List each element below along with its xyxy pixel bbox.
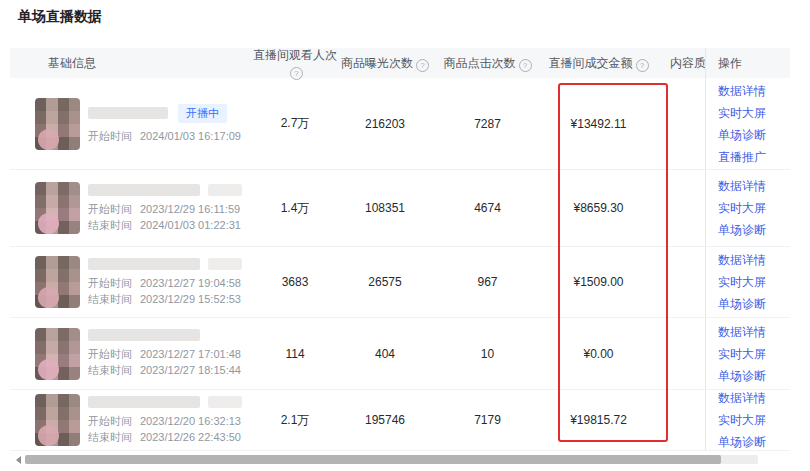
- action-session-diagnosis[interactable]: 单场诊断: [718, 431, 790, 453]
- exposures-value: 26575: [340, 275, 430, 289]
- basic-info-cell: 开始时间2023/12/27 17:01:48 结束时间2023/12/27 1…: [10, 328, 250, 380]
- action-session-diagnosis[interactable]: 单场诊断: [718, 219, 790, 241]
- blurred-live-title: [88, 329, 200, 341]
- live-cover-thumbnail: [35, 394, 80, 446]
- actions-cell: 数据详情 实时大屏 单场诊断: [705, 390, 790, 450]
- viewers-value: 2.7万: [250, 115, 340, 132]
- info-icon[interactable]: [290, 67, 303, 80]
- clicks-value: 7287: [430, 117, 545, 131]
- info-icon[interactable]: [519, 59, 532, 72]
- col-product-clicks: 商品点击次数: [430, 55, 545, 72]
- action-realtime-screen[interactable]: 实时大屏: [718, 409, 790, 431]
- live-info: 开始时间2023/12/27 19:04:58 结束时间2023/12/29 1…: [88, 258, 242, 307]
- clicks-value: 10: [430, 347, 545, 361]
- action-data-details[interactable]: 数据详情: [718, 80, 790, 102]
- live-sessions-table: 基础信息 直播间观看人次 商品曝光次数 商品点击次数 直播间成交金额 内容质量 …: [10, 48, 790, 451]
- col-actions: 操作: [705, 48, 790, 78]
- info-icon[interactable]: [416, 59, 429, 72]
- action-realtime-screen[interactable]: 实时大屏: [718, 197, 790, 219]
- start-time: 开始时间2023/12/29 16:11:59: [88, 201, 242, 217]
- action-data-details[interactable]: 数据详情: [718, 321, 790, 343]
- col-basic-info: 基础信息: [10, 55, 250, 72]
- col-product-exposures: 商品曝光次数: [340, 55, 430, 72]
- scroll-left-arrow-icon[interactable]: [16, 456, 21, 464]
- page-title: 单场直播数据: [18, 8, 102, 26]
- viewers-value: 1.4万: [250, 200, 340, 217]
- action-session-diagnosis[interactable]: 单场诊断: [718, 293, 790, 315]
- start-time: 开始时间2024/01/03 16:17:09: [88, 128, 241, 144]
- end-time: 结束时间2024/01/03 01:22:31: [88, 217, 242, 233]
- live-info: 开始时间2023/12/27 17:01:48 结束时间2023/12/27 1…: [88, 329, 241, 378]
- exposures-value: 108351: [340, 201, 430, 215]
- action-data-details[interactable]: 数据详情: [718, 249, 790, 271]
- viewers-value: 2.1万: [250, 412, 340, 429]
- exposures-value: 404: [340, 347, 430, 361]
- col-label: 内容质量: [670, 56, 705, 70]
- blurred-live-title: [88, 184, 200, 196]
- blurred-live-title: [88, 396, 200, 408]
- live-info: 开播中 开始时间2024/01/03 16:17:09: [88, 104, 241, 144]
- live-info: 开始时间2023/12/29 16:11:59 结束时间2024/01/03 0…: [88, 184, 242, 233]
- basic-info-cell: 开始时间2023/12/20 16:32:13 结束时间2023/12/26 2…: [10, 394, 250, 446]
- info-icon[interactable]: [636, 59, 649, 72]
- basic-info-cell: 开播中 开始时间2024/01/03 16:17:09: [10, 98, 250, 150]
- end-time: 结束时间2023/12/26 22:43:50: [88, 429, 242, 445]
- live-info: 开始时间2023/12/20 16:32:13 结束时间2023/12/26 2…: [88, 396, 242, 445]
- start-time: 开始时间2023/12/20 16:32:13: [88, 413, 242, 429]
- live-status-badge: 开播中: [178, 104, 227, 123]
- table-row: 开始时间2023/12/27 19:04:58 结束时间2023/12/29 1…: [10, 247, 790, 318]
- action-realtime-screen[interactable]: 实时大屏: [718, 271, 790, 293]
- gmv-value: ¥13492.11: [545, 117, 670, 131]
- blurred-live-title: [208, 396, 242, 408]
- gmv-value: ¥19815.72: [545, 413, 670, 427]
- action-realtime-screen[interactable]: 实时大屏: [718, 102, 790, 124]
- end-time: 结束时间2023/12/27 18:15:44: [88, 362, 241, 378]
- table-row: 开始时间2023/12/27 17:01:48 结束时间2023/12/27 1…: [10, 318, 790, 390]
- clicks-value: 7179: [430, 413, 545, 427]
- basic-info-cell: 开始时间2023/12/27 19:04:58 结束时间2023/12/29 1…: [10, 256, 250, 308]
- action-session-diagnosis[interactable]: 单场诊断: [718, 124, 790, 146]
- action-session-diagnosis[interactable]: 单场诊断: [718, 365, 790, 387]
- col-label: 直播间观看人次: [253, 48, 337, 62]
- exposures-value: 195746: [340, 413, 430, 427]
- col-label: 直播间成交金额: [549, 56, 633, 70]
- col-content-quality: 内容质量: [670, 55, 705, 72]
- blurred-live-title: [88, 258, 200, 270]
- start-time: 开始时间2023/12/27 17:01:48: [88, 346, 241, 362]
- viewers-value: 114: [250, 347, 340, 361]
- end-time: 结束时间2023/12/29 15:52:53: [88, 291, 242, 307]
- horizontal-scrollbar: [16, 455, 758, 464]
- live-cover-thumbnail: [35, 328, 80, 380]
- col-viewers: 直播间观看人次: [250, 47, 340, 80]
- clicks-value: 4674: [430, 201, 545, 215]
- live-cover-thumbnail: [35, 256, 80, 308]
- action-live-promotion[interactable]: 直播推广: [718, 146, 790, 168]
- action-data-details[interactable]: 数据详情: [718, 387, 790, 409]
- blurred-live-title: [88, 107, 168, 119]
- blurred-live-title: [208, 258, 242, 270]
- action-data-details[interactable]: 数据详情: [718, 175, 790, 197]
- exposures-value: 216203: [340, 117, 430, 131]
- col-label: 基础信息: [48, 56, 96, 70]
- gmv-value: ¥1509.00: [545, 275, 670, 289]
- basic-info-cell: 开始时间2023/12/29 16:11:59 结束时间2024/01/03 0…: [10, 182, 250, 234]
- actions-cell: 数据详情 实时大屏 单场诊断: [705, 318, 790, 389]
- actions-cell: 数据详情 实时大屏 单场诊断: [705, 247, 790, 317]
- live-cover-thumbnail: [35, 98, 80, 150]
- blurred-live-title: [208, 184, 242, 196]
- scrollbar-track[interactable]: [25, 455, 758, 464]
- col-label: 操作: [718, 55, 790, 72]
- actions-cell: 数据详情 实时大屏 单场诊断: [705, 170, 790, 246]
- action-realtime-screen[interactable]: 实时大屏: [718, 343, 790, 365]
- start-time: 开始时间2023/12/27 19:04:58: [88, 275, 242, 291]
- col-label: 商品曝光次数: [341, 56, 413, 70]
- table-row: 开始时间2023/12/29 16:11:59 结束时间2024/01/03 0…: [10, 170, 790, 247]
- scrollbar-thumb[interactable]: [25, 455, 721, 464]
- table-header: 基础信息 直播间观看人次 商品曝光次数 商品点击次数 直播间成交金额 内容质量 …: [10, 48, 790, 78]
- gmv-value: ¥0.00: [545, 347, 670, 361]
- table-row: 开播中 开始时间2024/01/03 16:17:09 2.7万 216203 …: [10, 78, 790, 170]
- clicks-value: 967: [430, 275, 545, 289]
- col-label: 商品点击次数: [444, 56, 516, 70]
- actions-cell: 数据详情 实时大屏 单场诊断 直播推广: [705, 78, 790, 169]
- gmv-value: ¥8659.30: [545, 201, 670, 215]
